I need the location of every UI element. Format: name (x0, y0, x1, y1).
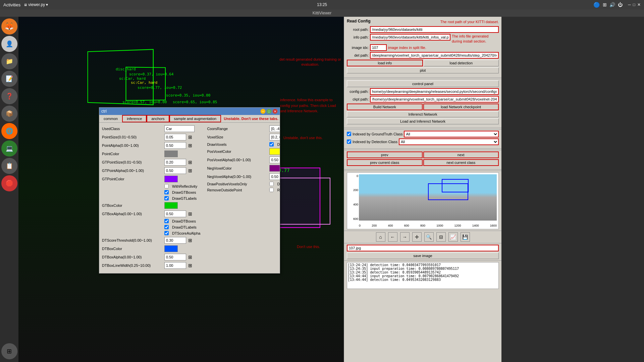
log-area[interactable]: [13:24:24] detection time: 0.04003477093… (347, 262, 499, 289)
dialog-minimize-btn[interactable]: ─ (260, 109, 266, 114)
neg-voxel-alpha-input[interactable] (269, 173, 280, 180)
stats-toolbar-btn[interactable]: 📈 (448, 232, 458, 242)
draw-voxels-check[interactable] (269, 142, 274, 146)
gt-indexed-select[interactable]: All (404, 131, 499, 137)
gt-box-alpha-spin[interactable]: ⊞ (188, 211, 192, 217)
firefox-icon[interactable]: 🦊 (1, 18, 17, 35)
load-network-btn[interactable]: load Network checkpoint (423, 104, 499, 110)
root-path-input[interactable] (370, 26, 499, 33)
neg-voxel-color-swatch[interactable] (269, 165, 280, 172)
dt-box-line-width-spin[interactable]: ⊞ (188, 263, 192, 268)
gt-point-size-input[interactable] (164, 159, 186, 166)
sidebar-icon-7[interactable]: 🌐 (1, 123, 17, 139)
tab-anchors[interactable]: anchors (147, 115, 169, 122)
sidebar-icon-9[interactable]: 📋 (1, 158, 17, 174)
prev-class-btn[interactable]: prev current class (347, 159, 423, 166)
voxel-size-input[interactable] (269, 134, 280, 140)
pos-voxel-color-swatch[interactable] (269, 148, 280, 155)
sidebar-icon-4[interactable]: 📝 (1, 71, 17, 87)
dt-score-threshold-input[interactable] (164, 237, 186, 244)
remove-outside-check[interactable] (269, 188, 274, 192)
activities-label[interactable]: Activities (3, 2, 20, 7)
back-toolbar-btn[interactable]: ← (388, 232, 397, 242)
network-icon[interactable]: ⊞ (603, 2, 607, 7)
used-class-input[interactable] (164, 125, 195, 132)
sidebar-icon-bottom[interactable]: ⊞ (1, 343, 17, 359)
title-bar: KittiViewer (0, 9, 644, 17)
dt-score-threshold-spin[interactable]: ⊞ (188, 238, 192, 243)
viewer-label[interactable]: 🖥 viewer.py ▾ (24, 2, 48, 7)
draw-dt-labels-check[interactable] (164, 225, 169, 229)
sidebar-icon-2[interactable]: 👤 (1, 36, 17, 52)
gt-box-color-swatch[interactable] (164, 202, 178, 209)
dt-box-color-swatch[interactable] (164, 245, 178, 252)
tab-inference[interactable]: inference (122, 115, 147, 122)
dialog-titlebar: ctrl ─ □ ✕ (99, 108, 280, 115)
minimize-btn[interactable]: ─ (628, 2, 631, 7)
pan-toolbar-btn[interactable]: ✛ (412, 232, 422, 242)
point-alpha-spin[interactable]: ⊞ (188, 143, 192, 148)
det-path-input[interactable] (370, 52, 499, 59)
gt-box-color-row: GTBoxColor (102, 202, 200, 209)
load-inference-btn[interactable]: Load and Inferenct Network (347, 118, 499, 124)
load-info-btn[interactable]: load info (347, 60, 423, 66)
filename-input[interactable] (347, 245, 499, 251)
chrome-icon[interactable]: 🔵 (593, 2, 600, 8)
home-toolbar-btn[interactable]: ⌂ (376, 232, 385, 242)
dt-score-as-alpha-check[interactable] (164, 231, 169, 235)
config-path-input[interactable] (370, 88, 499, 95)
dialog-maximize-btn[interactable]: □ (266, 109, 272, 114)
dt-box-line-width-input[interactable] (164, 262, 186, 269)
draw-gt-boxes-check[interactable] (164, 190, 169, 194)
draw-dt-boxes-check[interactable] (164, 219, 169, 223)
gt-point-color-swatch[interactable] (164, 176, 178, 182)
point-size-input[interactable] (164, 134, 186, 140)
image-idx-input[interactable] (370, 44, 387, 51)
gt-box-alpha-input[interactable] (164, 210, 186, 217)
sidebar-icon-8[interactable]: 💻 (1, 140, 17, 157)
next-btn[interactable]: next (423, 152, 499, 158)
with-reflectivity-check[interactable] (164, 184, 169, 188)
info-path-input[interactable] (370, 34, 450, 41)
settings-toolbar-btn[interactable]: ⊟ (436, 232, 446, 242)
plot-btn[interactable]: plot (347, 67, 499, 73)
sidebar-icon-10[interactable]: 🛑 (1, 175, 17, 191)
volume-icon[interactable]: 🔊 (609, 2, 615, 7)
save-image-btn[interactable]: save image (347, 252, 499, 259)
save-toolbar-btn[interactable]: 💾 (461, 232, 470, 242)
tab-common[interactable]: common (99, 115, 122, 122)
zoom-toolbar-btn[interactable]: 🔍 (424, 232, 434, 242)
draw-pos-voxels-check[interactable] (269, 182, 274, 186)
draw-gt-labels-check[interactable] (164, 196, 169, 200)
sidebar-icon-3[interactable]: 📁 (1, 53, 17, 69)
det-indexed-check[interactable] (347, 139, 351, 144)
control-panel-btn[interactable]: control panel (347, 80, 499, 87)
separator-1 (344, 77, 501, 78)
build-network-btn[interactable]: Build Network (347, 104, 423, 110)
sidebar-icon-6[interactable]: 📦 (1, 106, 17, 122)
gt-point-size-spin[interactable]: ⊞ (188, 160, 192, 165)
point-size-spin[interactable]: ⊞ (188, 134, 192, 140)
close-btn[interactable]: ✕ (637, 2, 641, 7)
dt-box-alpha-input[interactable] (164, 254, 186, 260)
power-icon[interactable]: ⏻ (618, 2, 623, 7)
forward-toolbar-btn[interactable]: → (400, 232, 410, 242)
next-class-btn[interactable]: next current class (423, 159, 499, 166)
gt-indexed-check[interactable] (347, 132, 351, 136)
maximize-btn[interactable]: □ (633, 2, 635, 7)
point-color-swatch[interactable] (164, 150, 178, 157)
load-detection-btn[interactable]: load detection (424, 60, 499, 66)
prev-btn[interactable]: prev (347, 152, 423, 158)
dt-box-alpha-spin[interactable]: ⊞ (188, 254, 192, 260)
sidebar-icon-5[interactable]: ❓ (1, 88, 17, 104)
det-indexed-select[interactable]: All (399, 138, 499, 145)
gt-point-alpha-spin[interactable]: ⊞ (188, 168, 192, 173)
tab-sample-augmentation[interactable]: sample and augmentation (169, 115, 221, 122)
dialog-close-btn[interactable]: ✕ (272, 109, 278, 114)
coors-range-input[interactable] (269, 125, 280, 132)
ckpt-path-input[interactable] (370, 96, 499, 103)
inference-network-btn[interactable]: Inferenct Network (347, 111, 499, 117)
gt-point-alpha-input[interactable] (164, 167, 186, 174)
pos-voxel-alpha-input[interactable] (269, 157, 280, 163)
point-alpha-input[interactable] (164, 142, 186, 149)
